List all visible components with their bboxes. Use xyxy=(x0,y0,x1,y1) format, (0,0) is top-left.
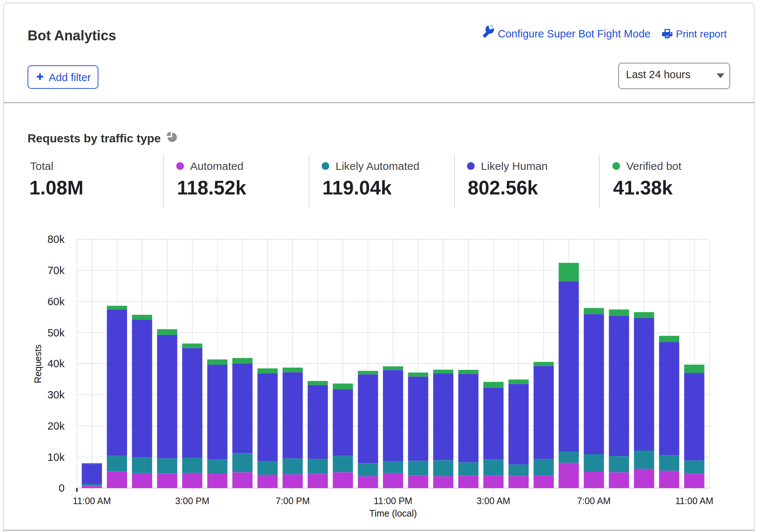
svg-text:50k: 50k xyxy=(47,327,65,339)
svg-text:30k: 30k xyxy=(47,389,65,401)
svg-text:3:00 AM: 3:00 AM xyxy=(477,496,510,506)
svg-text:11:00 AM: 11:00 AM xyxy=(73,496,111,506)
svg-text:Time (local): Time (local) xyxy=(369,508,417,518)
svg-text:Requests: Requests xyxy=(33,345,43,383)
svg-text:60k: 60k xyxy=(47,296,65,307)
svg-text:70k: 70k xyxy=(47,265,65,276)
svg-text:3:00 PM: 3:00 PM xyxy=(175,496,209,506)
svg-text:40k: 40k xyxy=(47,358,65,369)
svg-text:7:00 PM: 7:00 PM xyxy=(276,496,310,506)
svg-text:11:00 PM: 11:00 PM xyxy=(374,496,412,506)
svg-text:7:00 AM: 7:00 AM xyxy=(577,496,611,506)
svg-text:10k: 10k xyxy=(47,451,65,463)
svg-text:0: 0 xyxy=(59,482,65,494)
svg-text:20k: 20k xyxy=(47,420,65,432)
svg-text:80k: 80k xyxy=(47,233,65,245)
svg-text:11:00 AM: 11:00 AM xyxy=(675,496,713,506)
